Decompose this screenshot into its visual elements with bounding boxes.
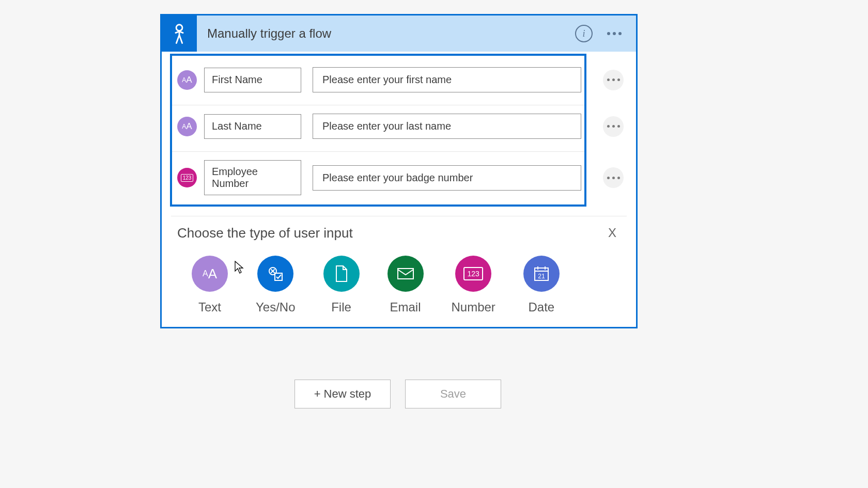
input-placeholder-field[interactable]: Please enter your badge number: [313, 165, 581, 191]
input-type-text[interactable]: AA Text: [192, 256, 228, 314]
save-button[interactable]: Save: [405, 380, 501, 408]
input-placeholder-field[interactable]: Please enter your first name: [313, 67, 581, 92]
input-type-number[interactable]: 123 Number: [452, 256, 495, 314]
type-label: File: [331, 300, 351, 314]
input-placeholder-field[interactable]: Please enter your last name: [313, 114, 581, 139]
svg-text:21: 21: [538, 273, 545, 280]
input-type-yesno[interactable]: Yes/No: [256, 256, 296, 314]
yesno-icon: [257, 256, 293, 292]
number-icon: 123: [455, 256, 491, 292]
input-row: AA First Name Please enter your first na…: [172, 59, 584, 105]
number-type-icon: 123: [177, 168, 197, 187]
date-icon: 21: [523, 256, 560, 292]
input-name-field[interactable]: Employee Number: [204, 160, 301, 195]
file-icon: [323, 256, 360, 292]
svg-rect-5: [398, 269, 413, 279]
new-step-button[interactable]: + New step: [295, 380, 391, 408]
type-label: Date: [529, 300, 555, 314]
type-label: Email: [390, 300, 421, 314]
trigger-title: Manually trigger a flow: [197, 26, 575, 41]
input-more-button[interactable]: [603, 167, 624, 188]
input-more-button[interactable]: [603, 116, 624, 137]
input-type-file[interactable]: File: [323, 256, 360, 314]
input-type-date[interactable]: 21 Date: [523, 256, 560, 314]
info-icon[interactable]: i: [575, 25, 593, 42]
input-name-field[interactable]: Last Name: [204, 114, 301, 139]
input-name-field[interactable]: First Name: [204, 68, 301, 92]
chooser-title: Choose the type of user input: [177, 225, 353, 241]
type-label: Text: [198, 300, 221, 314]
input-more-button[interactable]: [603, 70, 624, 90]
text-type-icon: AA: [177, 70, 197, 90]
manual-trigger-icon: [162, 15, 197, 52]
type-label: Number: [452, 300, 495, 314]
type-label: Yes/No: [256, 300, 296, 314]
svg-point-0: [176, 25, 182, 31]
text-icon: AA: [192, 256, 228, 292]
inputs-highlight-box: AA First Name Please enter your first na…: [170, 54, 586, 207]
input-row: AA Last Name Please enter your last name: [172, 105, 584, 152]
email-icon: [388, 256, 424, 292]
input-row: 123 Employee Number Please enter your ba…: [172, 152, 584, 198]
input-type-email[interactable]: Email: [388, 256, 424, 314]
close-icon[interactable]: X: [603, 224, 622, 242]
text-type-icon: AA: [177, 117, 197, 136]
svg-rect-4: [275, 273, 282, 280]
input-type-chooser: Choose the type of user input X AA Text: [162, 216, 636, 327]
trigger-header[interactable]: Manually trigger a flow i: [162, 15, 636, 52]
trigger-card: Manually trigger a flow i AA First Name …: [160, 14, 638, 328]
header-more-button[interactable]: [607, 32, 622, 35]
